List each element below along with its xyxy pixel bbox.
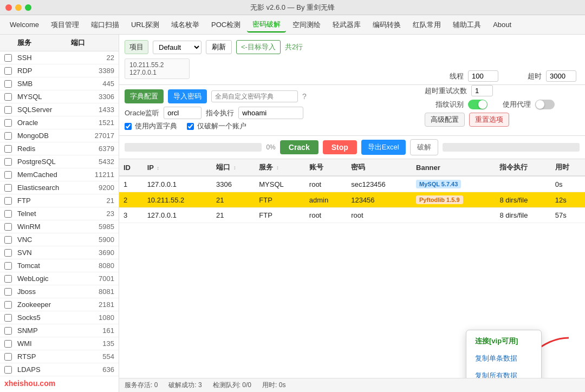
close-button[interactable]	[5, 4, 12, 11]
sidebar-checkbox[interactable]	[4, 236, 12, 244]
retry-row: 超时重试次数	[425, 85, 576, 96]
sidebar-row[interactable]: PostgreSQL 5432	[0, 155, 119, 168]
sidebar-row[interactable]: Elasticsearch 9200	[0, 181, 119, 194]
sidebar-checkbox[interactable]	[4, 67, 12, 75]
context-connect[interactable]: 连接[vip可用]	[466, 332, 541, 350]
help-icon[interactable]: ?	[302, 92, 307, 101]
sidebar-checkbox[interactable]	[4, 106, 12, 114]
sidebar-checkbox[interactable]	[4, 54, 12, 62]
sidebar-checkbox[interactable]	[4, 171, 12, 179]
sidebar-row[interactable]: Zookeeper 2181	[0, 298, 119, 311]
sidebar-row[interactable]: SMB 445	[0, 77, 119, 90]
sidebar-row[interactable]: Jboss 8081	[0, 285, 119, 298]
minimize-button[interactable]	[15, 4, 22, 11]
reset-button[interactable]: 重置选项	[469, 113, 509, 127]
sidebar-checkbox[interactable]	[4, 353, 12, 361]
sidebar-row[interactable]: Tomcat 8080	[0, 259, 119, 272]
menu-port-scan[interactable]: 端口扫描	[86, 18, 125, 32]
sidebar-checkbox[interactable]	[4, 288, 12, 296]
table-row[interactable]: 2 10.211.55.2 21 FTP admin 123456 Pyftod…	[119, 192, 585, 208]
sidebar-row[interactable]: RDP 3389	[0, 64, 119, 77]
crack-one-account-checkbox[interactable]	[187, 123, 194, 130]
sidebar-row[interactable]: MYSQL 3306	[0, 90, 119, 103]
sidebar-row[interactable]: SVN 3690	[0, 246, 119, 259]
dict-input[interactable]	[211, 90, 298, 102]
cell-account: root	[305, 208, 347, 223]
sidebar-checkbox[interactable]	[4, 340, 12, 348]
sidebar-checkbox[interactable]	[4, 249, 12, 257]
sidebar-checkbox[interactable]	[4, 132, 12, 140]
context-copy-single[interactable]: 复制单条数据	[466, 350, 541, 367]
stop-button[interactable]: Stop	[323, 140, 357, 154]
sidebar-checkbox[interactable]	[4, 184, 12, 192]
sidebar-checkbox[interactable]	[4, 119, 12, 127]
import-dict-button[interactable]: 导入密码	[168, 89, 207, 103]
menu-about[interactable]: About	[487, 18, 517, 31]
sidebar-checkbox[interactable]	[4, 275, 12, 283]
sidebar-checkbox[interactable]	[4, 301, 12, 309]
sidebar-row[interactable]: RTSP 554	[0, 350, 119, 363]
maximize-button[interactable]	[25, 4, 31, 11]
sidebar-checkbox[interactable]	[4, 197, 12, 205]
break-button[interactable]: 破解	[410, 139, 438, 155]
table-row[interactable]: 1 127.0.0.1 3306 MYSQL root sec123456 My…	[119, 176, 585, 192]
refresh-button[interactable]: 刷新	[206, 40, 232, 54]
timeout-input[interactable]	[546, 70, 576, 82]
table-row[interactable]: 3 127.0.0.1 21 FTP root root 8 dirs/file…	[119, 208, 585, 223]
sidebar-row[interactable]: Socks5 1080	[0, 311, 119, 324]
project-select[interactable]: Default	[153, 41, 202, 54]
sidebar-row[interactable]: WebLogic 7001	[0, 272, 119, 285]
sidebar-row[interactable]: Redis 6379	[0, 142, 119, 155]
sidebar-row[interactable]: Telnet 23	[0, 207, 119, 220]
sidebar-service-label: MemCached	[17, 171, 71, 179]
menu-space-map[interactable]: 空间测绘	[287, 18, 326, 32]
menu-domain-enum[interactable]: 域名枚举	[166, 18, 205, 32]
menu-welcome[interactable]: Welcome	[4, 18, 44, 31]
sidebar-checkbox[interactable]	[4, 93, 12, 101]
sidebar-checkbox[interactable]	[4, 262, 12, 270]
menu-light-weapon[interactable]: 轻武器库	[327, 18, 366, 32]
context-copy-all[interactable]: 复制所有数据	[466, 367, 541, 378]
sidebar-row[interactable]: SNMP 161	[0, 324, 119, 337]
menu-project-mgmt[interactable]: 项目管理	[46, 18, 84, 32]
sidebar-checkbox[interactable]	[4, 366, 12, 374]
retry-input[interactable]	[471, 85, 493, 96]
menu-password-crack[interactable]: 密码破解	[247, 17, 286, 32]
import-target-button[interactable]: <-目标导入	[236, 40, 281, 54]
sidebar-checkbox[interactable]	[4, 80, 12, 88]
export-button[interactable]: 导出Excel	[361, 140, 406, 155]
crack-button[interactable]: Crack	[280, 140, 318, 154]
menu-poc-check[interactable]: POC检测	[206, 18, 246, 32]
proxy-toggle[interactable]	[535, 100, 555, 109]
sidebar-checkbox[interactable]	[4, 327, 12, 335]
sidebar-checkbox[interactable]	[4, 314, 12, 322]
sidebar-checkbox[interactable]	[4, 223, 12, 231]
sidebar-checkbox[interactable]	[4, 158, 12, 166]
cmd-input[interactable]	[238, 107, 303, 119]
menu-encode-convert[interactable]: 编码转换	[367, 18, 406, 32]
menu-url-probe[interactable]: URL探测	[126, 18, 165, 32]
sidebar-service-label: Elasticsearch	[17, 184, 71, 192]
sidebar-row[interactable]: VNC 5900	[0, 233, 119, 246]
sidebar-row[interactable]: Oracle 1521	[0, 116, 119, 129]
cell-time: 57s	[551, 208, 585, 223]
use-builtin-dict-checkbox[interactable]	[125, 123, 132, 130]
fingerprint-toggle[interactable]	[468, 100, 487, 109]
dict-config-button[interactable]: 字典配置	[125, 89, 164, 103]
sidebar-row[interactable]: WinRM 5985	[0, 220, 119, 233]
sidebar-row[interactable]: MemCached 11211	[0, 168, 119, 181]
thread-input[interactable]	[468, 70, 498, 82]
sidebar-row[interactable]: MongoDB 27017	[0, 129, 119, 142]
sidebar-row[interactable]: SSH 22	[0, 51, 119, 64]
proxy-toggle-knob	[536, 100, 544, 109]
oracle-input[interactable]	[164, 107, 202, 119]
sidebar-checkbox[interactable]	[4, 145, 12, 153]
sidebar-row[interactable]: WMI 135	[0, 337, 119, 350]
sidebar-row[interactable]: FTP 21	[0, 194, 119, 207]
sidebar-row[interactable]: LDAPS 636	[0, 363, 119, 376]
sidebar-row[interactable]: SQLServer 1433	[0, 103, 119, 116]
advanced-button[interactable]: 高级配置	[425, 113, 465, 127]
menu-red-team[interactable]: 红队常用	[407, 18, 446, 32]
menu-assist-tool[interactable]: 辅助工具	[447, 18, 486, 32]
sidebar-checkbox[interactable]	[4, 210, 12, 218]
